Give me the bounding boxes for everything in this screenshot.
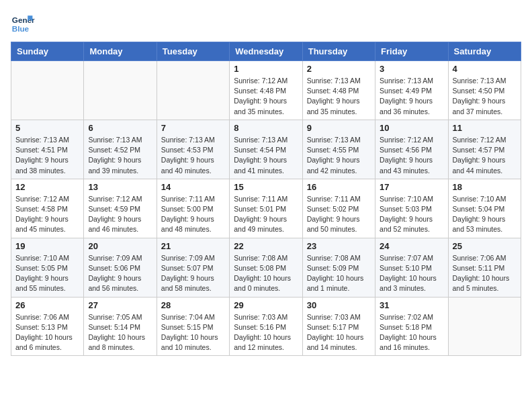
day-info: Sunrise: 7:06 AM Sunset: 5:13 PM Dayligh… [15,312,79,353]
calendar-cell: 2Sunrise: 7:13 AM Sunset: 4:48 PM Daylig… [302,61,375,120]
day-info: Sunrise: 7:09 AM Sunset: 5:07 PM Dayligh… [161,253,225,294]
calendar-week-row: 26Sunrise: 7:06 AM Sunset: 5:13 PM Dayli… [11,297,521,356]
day-number: 25 [453,241,517,251]
calendar-cell: 3Sunrise: 7:13 AM Sunset: 4:49 PM Daylig… [375,61,448,120]
day-info: Sunrise: 7:07 AM Sunset: 5:10 PM Dayligh… [380,253,443,294]
day-number: 1 [234,64,298,74]
calendar: SundayMondayTuesdayWednesdayThursdayFrid… [11,42,521,356]
weekday-header: Friday [375,42,448,61]
day-info: Sunrise: 7:12 AM Sunset: 4:58 PM Dayligh… [15,194,79,235]
day-info: Sunrise: 7:10 AM Sunset: 5:03 PM Dayligh… [380,194,443,235]
day-info: Sunrise: 7:12 AM Sunset: 4:59 PM Dayligh… [88,194,152,235]
day-number: 28 [161,300,225,310]
day-info: Sunrise: 7:09 AM Sunset: 5:06 PM Dayligh… [88,253,152,294]
calendar-cell: 1Sunrise: 7:12 AM Sunset: 4:48 PM Daylig… [230,61,302,120]
day-number: 11 [453,123,517,133]
day-number: 20 [88,241,152,251]
day-info: Sunrise: 7:08 AM Sunset: 5:09 PM Dayligh… [307,253,371,294]
calendar-week-row: 5Sunrise: 7:13 AM Sunset: 4:51 PM Daylig… [11,120,521,179]
weekday-header: Saturday [448,42,521,61]
page-header: General Blue [11,11,521,35]
calendar-header-row: SundayMondayTuesdayWednesdayThursdayFrid… [11,42,521,61]
day-info: Sunrise: 7:04 AM Sunset: 5:15 PM Dayligh… [161,312,225,353]
day-number: 3 [380,64,443,74]
calendar-cell: 9Sunrise: 7:13 AM Sunset: 4:55 PM Daylig… [302,120,375,179]
weekday-header: Thursday [302,42,375,61]
calendar-cell: 17Sunrise: 7:10 AM Sunset: 5:03 PM Dayli… [375,179,448,238]
day-number: 26 [15,300,79,310]
weekday-header: Monday [84,42,157,61]
day-info: Sunrise: 7:13 AM Sunset: 4:53 PM Dayligh… [161,135,225,176]
day-info: Sunrise: 7:12 AM Sunset: 4:57 PM Dayligh… [453,135,517,176]
calendar-cell: 24Sunrise: 7:07 AM Sunset: 5:10 PM Dayli… [375,238,448,297]
day-number: 19 [15,241,79,251]
weekday-header: Tuesday [157,42,229,61]
day-number: 27 [88,300,152,310]
calendar-week-row: 1Sunrise: 7:12 AM Sunset: 4:48 PM Daylig… [11,61,521,120]
calendar-week-row: 19Sunrise: 7:10 AM Sunset: 5:05 PM Dayli… [11,238,521,297]
day-info: Sunrise: 7:03 AM Sunset: 5:16 PM Dayligh… [234,312,298,353]
day-number: 23 [307,241,371,251]
calendar-cell: 18Sunrise: 7:10 AM Sunset: 5:04 PM Dayli… [448,179,521,238]
calendar-cell: 6Sunrise: 7:13 AM Sunset: 4:52 PM Daylig… [84,120,157,179]
day-number: 8 [234,123,298,133]
day-number: 18 [453,182,517,192]
calendar-cell: 7Sunrise: 7:13 AM Sunset: 4:53 PM Daylig… [157,120,229,179]
calendar-cell: 16Sunrise: 7:11 AM Sunset: 5:02 PM Dayli… [302,179,375,238]
day-info: Sunrise: 7:08 AM Sunset: 5:08 PM Dayligh… [234,253,298,294]
calendar-cell: 14Sunrise: 7:11 AM Sunset: 5:00 PM Dayli… [157,179,229,238]
day-number: 30 [307,300,371,310]
day-number: 14 [161,182,225,192]
calendar-cell: 31Sunrise: 7:02 AM Sunset: 5:18 PM Dayli… [375,297,448,356]
day-info: Sunrise: 7:12 AM Sunset: 4:48 PM Dayligh… [234,76,298,117]
day-info: Sunrise: 7:13 AM Sunset: 4:55 PM Dayligh… [307,135,371,176]
day-info: Sunrise: 7:05 AM Sunset: 5:14 PM Dayligh… [88,312,152,353]
day-number: 10 [380,123,443,133]
day-number: 21 [161,241,225,251]
day-number: 6 [88,123,152,133]
day-number: 31 [380,300,443,310]
calendar-cell: 11Sunrise: 7:12 AM Sunset: 4:57 PM Dayli… [448,120,521,179]
day-info: Sunrise: 7:12 AM Sunset: 4:56 PM Dayligh… [380,135,443,176]
calendar-cell: 5Sunrise: 7:13 AM Sunset: 4:51 PM Daylig… [11,120,84,179]
calendar-cell: 29Sunrise: 7:03 AM Sunset: 5:16 PM Dayli… [230,297,302,356]
day-info: Sunrise: 7:13 AM Sunset: 4:50 PM Dayligh… [453,76,517,117]
day-info: Sunrise: 7:03 AM Sunset: 5:17 PM Dayligh… [307,312,371,353]
day-number: 9 [307,123,371,133]
calendar-cell: 27Sunrise: 7:05 AM Sunset: 5:14 PM Dayli… [84,297,157,356]
logo: General Blue [11,11,38,35]
day-info: Sunrise: 7:10 AM Sunset: 5:05 PM Dayligh… [15,253,79,294]
day-info: Sunrise: 7:02 AM Sunset: 5:18 PM Dayligh… [380,312,443,353]
svg-text:Blue: Blue [12,24,30,33]
day-info: Sunrise: 7:13 AM Sunset: 4:48 PM Dayligh… [307,76,371,117]
calendar-cell: 25Sunrise: 7:06 AM Sunset: 5:11 PM Dayli… [448,238,521,297]
day-number: 7 [161,123,225,133]
calendar-cell: 12Sunrise: 7:12 AM Sunset: 4:58 PM Dayli… [11,179,84,238]
calendar-cell: 15Sunrise: 7:11 AM Sunset: 5:01 PM Dayli… [230,179,302,238]
calendar-cell [84,61,157,120]
day-number: 17 [380,182,443,192]
calendar-cell: 10Sunrise: 7:12 AM Sunset: 4:56 PM Dayli… [375,120,448,179]
day-number: 4 [453,64,517,74]
calendar-cell: 19Sunrise: 7:10 AM Sunset: 5:05 PM Dayli… [11,238,84,297]
weekday-header: Sunday [11,42,84,61]
day-number: 24 [380,241,443,251]
day-number: 2 [307,64,371,74]
calendar-week-row: 12Sunrise: 7:12 AM Sunset: 4:58 PM Dayli… [11,179,521,238]
day-info: Sunrise: 7:10 AM Sunset: 5:04 PM Dayligh… [453,194,517,235]
day-info: Sunrise: 7:11 AM Sunset: 5:02 PM Dayligh… [307,194,371,235]
calendar-cell: 8Sunrise: 7:13 AM Sunset: 4:54 PM Daylig… [230,120,302,179]
day-number: 16 [307,182,371,192]
calendar-cell: 4Sunrise: 7:13 AM Sunset: 4:50 PM Daylig… [448,61,521,120]
day-number: 15 [234,182,298,192]
weekday-header: Wednesday [230,42,302,61]
calendar-cell [11,61,84,120]
calendar-cell: 13Sunrise: 7:12 AM Sunset: 4:59 PM Dayli… [84,179,157,238]
calendar-cell [157,61,229,120]
calendar-cell [448,297,521,356]
calendar-cell: 21Sunrise: 7:09 AM Sunset: 5:07 PM Dayli… [157,238,229,297]
calendar-cell: 20Sunrise: 7:09 AM Sunset: 5:06 PM Dayli… [84,238,157,297]
day-info: Sunrise: 7:11 AM Sunset: 5:00 PM Dayligh… [161,194,225,235]
calendar-cell: 26Sunrise: 7:06 AM Sunset: 5:13 PM Dayli… [11,297,84,356]
day-number: 22 [234,241,298,251]
